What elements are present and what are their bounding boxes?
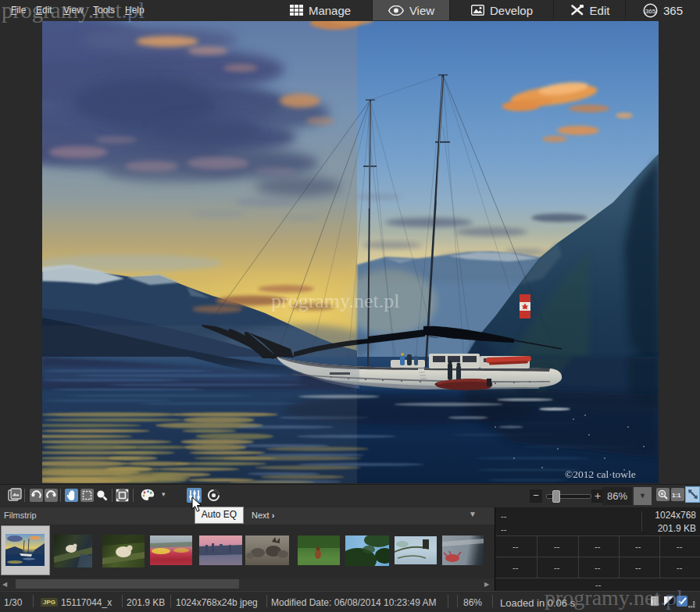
- svg-text:365: 365: [645, 7, 656, 14]
- svg-text:©2012 cal·towle: ©2012 cal·towle: [565, 468, 636, 480]
